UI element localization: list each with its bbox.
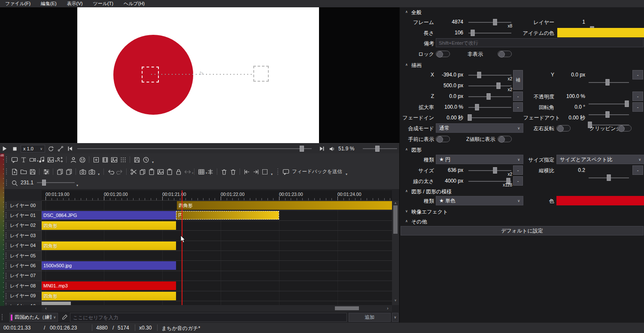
layer-track-8[interactable]: MN01..mp3 [42, 281, 392, 291]
layer-label-9[interactable]: レイヤー 09 [4, 291, 41, 301]
layer-label-5[interactable]: レイヤー 05 [4, 251, 41, 261]
rotation-easing-button[interactable]: - [632, 102, 643, 112]
skip-to-start-button[interactable] [66, 145, 74, 153]
layer-label-0[interactable]: レイヤー 00 [4, 201, 41, 211]
layer-track-10[interactable] [42, 301, 392, 305]
timeline-zoom-value[interactable]: 231.1 [21, 180, 33, 186]
timeline-item-DSC_0864.JPG[interactable]: DSC_0864.JPG [42, 211, 176, 220]
scroll-down-icon[interactable]: ∨ [392, 299, 399, 302]
layer-label-8[interactable]: レイヤー 08 [4, 281, 41, 291]
x-value[interactable]: -394.0 px [436, 72, 463, 78]
stroke-value[interactable]: 4000 px [436, 178, 463, 184]
menu-edit[interactable]: 編集(E) [36, 0, 62, 7]
play-button[interactable] [1, 145, 9, 153]
section-pattern[interactable]: ∧ 図形 / 図形の模様 [400, 188, 644, 195]
seek-slider[interactable] [77, 145, 312, 152]
speaker-icon[interactable] [328, 145, 336, 153]
screenshot-icon[interactable] [79, 168, 86, 175]
anchor-handle-end[interactable] [253, 66, 269, 82]
ripple-delete-icon[interactable] [230, 168, 237, 175]
layer-track-2[interactable]: 四角形 [42, 221, 392, 231]
layer-drag-handle[interactable] [6, 212, 6, 218]
toolbar-drag-handle[interactable] [6, 156, 7, 162]
frame-value[interactable]: 4874 [436, 19, 463, 25]
section-effects[interactable]: ∨ 映像エフェクト [400, 208, 644, 215]
skip-to-end-button[interactable] [318, 145, 326, 153]
note-input[interactable] [436, 38, 644, 47]
length-value[interactable]: 106 [436, 30, 463, 36]
face-item-icon[interactable] [79, 156, 86, 163]
character-item-icon[interactable] [56, 156, 63, 163]
menu-tools[interactable]: ツール(T) [88, 0, 118, 7]
layer-drag-handle[interactable] [6, 202, 6, 208]
frame-item-icon[interactable] [93, 156, 100, 163]
scale-value[interactable]: 100.0 % [436, 104, 463, 110]
character-edit-icon[interactable] [60, 313, 69, 322]
blend-mode-select[interactable]: 通常 ∨ [436, 123, 523, 133]
open-project-icon[interactable] [20, 168, 27, 175]
screenshot2-icon[interactable] [88, 168, 95, 175]
lock-toggle[interactable] [436, 51, 450, 57]
scroll-right-icon[interactable]: › [384, 306, 391, 311]
stroke-easing-button[interactable]: - [513, 176, 523, 186]
z-easing-button[interactable]: - [513, 92, 523, 101]
layer-track-4[interactable]: 四角形 [42, 241, 392, 251]
show-front-toggle[interactable] [436, 136, 450, 142]
scale-slider[interactable] [468, 104, 511, 111]
timeline-item-四角形[interactable]: 四角形 [177, 201, 392, 210]
z-value[interactable]: 0.0 px [436, 93, 463, 99]
delete-icon[interactable] [221, 168, 228, 175]
volume-value[interactable]: 51.9 % [338, 146, 354, 152]
aspect-easing-button[interactable]: - [632, 165, 643, 175]
rotation-value[interactable]: 0.0 ° [555, 104, 585, 110]
serif-text-input[interactable] [70, 313, 347, 322]
image-capture-icon[interactable] [111, 156, 118, 163]
timeline-zoom-thumb[interactable] [42, 180, 46, 186]
layer-label-6[interactable]: レイヤー 06 [4, 261, 41, 271]
timeline-zoom-slider[interactable] [37, 179, 75, 186]
x-end-value[interactable]: 500.0 px [436, 82, 463, 89]
layer-track-1[interactable]: DSC_0864.JPG円 [42, 211, 392, 220]
flip-toggle[interactable] [556, 125, 571, 131]
link-playhead-button[interactable] [57, 145, 64, 153]
timeline-horizontal-scrollbar[interactable]: ‹ › [42, 305, 392, 312]
capture-overflow-icon[interactable]: ▾ [98, 172, 100, 176]
playback-speed-select[interactable]: x 1.0 ∨ [21, 145, 45, 153]
export-video-icon[interactable] [57, 168, 64, 175]
lock-item-icon[interactable] [175, 168, 182, 175]
save-project-icon[interactable] [29, 168, 36, 175]
vertical-scroll-thumb[interactable] [393, 205, 398, 234]
layer-label-7[interactable]: レイヤー 07 [4, 271, 41, 281]
duplicate-icon[interactable] [157, 168, 164, 175]
menu-help[interactable]: ヘルプ(H) [118, 0, 150, 7]
z-slider[interactable] [468, 93, 511, 100]
layer-label-3[interactable]: レイヤー 03 [4, 231, 41, 241]
new-project-icon[interactable] [11, 168, 18, 175]
menu-file[interactable]: ファイル(F) [0, 0, 36, 7]
paste-insert-icon[interactable] [166, 168, 173, 175]
stop-button[interactable] [11, 145, 18, 153]
toolbar-drag-handle[interactable] [6, 168, 7, 174]
layer-label-4[interactable]: レイヤー 04 [4, 241, 41, 251]
item-color-swatch[interactable] [557, 28, 644, 37]
layer-drag-handle[interactable] [6, 232, 6, 238]
export-range-icon[interactable] [66, 168, 73, 175]
layer-drag-handle[interactable] [6, 293, 6, 299]
fadein-value[interactable]: 0.00 秒 [436, 114, 463, 122]
timeline-vertical-scrollbar[interactable]: ∧ ∨ [392, 201, 399, 305]
scale-easing-button[interactable]: - [513, 102, 523, 112]
section-draw[interactable]: ∧ 描画 [400, 62, 644, 69]
layer-drag-handle[interactable] [6, 223, 6, 229]
fadeout-value[interactable]: 0.00 秒 [555, 114, 585, 122]
layer-drag-handle[interactable] [6, 243, 6, 249]
length-slider[interactable] [468, 29, 511, 37]
layer-drag-handle[interactable] [6, 303, 6, 305]
layer-track-5[interactable] [42, 251, 392, 261]
size-easing-button[interactable]: - [513, 165, 523, 175]
playhead[interactable] [182, 190, 182, 305]
section-shape[interactable]: ∧ 図形 [400, 147, 644, 153]
save-item-icon[interactable] [134, 156, 140, 163]
jump-start-icon[interactable] [243, 168, 250, 175]
toolbar-drag-handle[interactable] [6, 180, 7, 186]
seek-slider-thumb[interactable] [300, 146, 304, 152]
